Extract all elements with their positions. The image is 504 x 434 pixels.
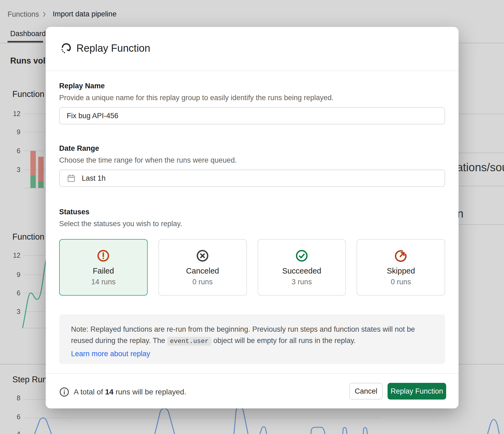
- status-card-name: Succeeded: [282, 267, 321, 275]
- note-code-chip: event.user: [167, 337, 211, 346]
- status-card-name: Failed: [93, 267, 114, 275]
- status-card-name: Skipped: [387, 267, 415, 275]
- date-range-label: Date Range: [59, 144, 99, 153]
- replay-name-value: Fix bug API-456: [67, 112, 118, 120]
- date-range-input[interactable]: Last 1h: [59, 170, 445, 187]
- date-range-value: Last 1h: [82, 174, 106, 183]
- replay-function-dialog: Replay Function Replay Name Provide a un…: [46, 27, 459, 408]
- status-card-skipped[interactable]: Skipped 0 runs: [357, 239, 445, 296]
- summary-prefix: A total of: [74, 388, 103, 396]
- status-card-succeeded[interactable]: Succeeded 3 runs: [258, 239, 346, 296]
- status-card-failed[interactable]: Failed 14 runs: [59, 239, 148, 296]
- replay-name-description: Provide a unique name for this replay gr…: [59, 94, 334, 102]
- alert-circle-icon: [97, 249, 110, 262]
- statuses-description: Select the statuses you wish to replay.: [59, 220, 182, 228]
- replay-name-label: Replay Name: [59, 82, 105, 90]
- status-card-name: Canceled: [186, 267, 219, 275]
- status-card-runs: 3 runs: [292, 278, 312, 286]
- calendar-icon: [67, 174, 76, 183]
- summary-count: 14: [105, 388, 113, 396]
- footer-divider: [46, 373, 459, 374]
- status-card-runs: 0 runs: [193, 278, 213, 286]
- replay-function-button[interactable]: Replay Function: [388, 383, 446, 400]
- date-range-description: Choose the time range for when the runs …: [59, 156, 237, 164]
- replay-name-input[interactable]: Fix bug API-456: [59, 107, 445, 124]
- arrow-out-circle-icon: [395, 249, 407, 262]
- note-text-suffix: object will be empty for all runs in the…: [211, 337, 356, 345]
- status-card-runs: 14 runs: [91, 278, 115, 286]
- cancel-button[interactable]: Cancel: [349, 383, 383, 400]
- check-circle-icon: [295, 249, 308, 262]
- learn-more-link[interactable]: Learn more about replay: [71, 348, 150, 359]
- statuses-label: Statuses: [59, 208, 90, 216]
- replay-note: Note: Replayed functions are re-run from…: [59, 314, 445, 364]
- summary-suffix: runs will be replayed.: [116, 388, 186, 396]
- status-card-group: Failed 14 runs Canceled 0 runs Succeeded: [59, 239, 445, 296]
- status-card-runs: 0 runs: [391, 278, 411, 286]
- status-card-canceled[interactable]: Canceled 0 runs: [158, 239, 247, 296]
- info-icon: [59, 387, 69, 397]
- replay-summary: A total of 14 runs will be replayed.: [74, 388, 186, 396]
- x-circle-icon: [196, 249, 209, 262]
